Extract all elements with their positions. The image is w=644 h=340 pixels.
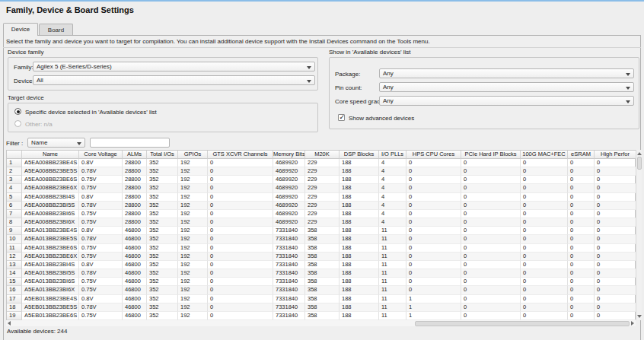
column-header-100g-mac-fec[interactable]: 100G MAC+FEC bbox=[521, 151, 568, 159]
table-row[interactable]: 14A5EA013BB23BI5S0.78V468003521920733184… bbox=[7, 269, 635, 278]
column-header-core-voltage[interactable]: Core Voltage bbox=[79, 151, 123, 159]
column-header-pcie-hard-ip-blocks[interactable]: PCIe Hard IP Blocks bbox=[461, 151, 521, 159]
cell: 188 bbox=[340, 261, 379, 269]
package-dropdown[interactable]: Any bbox=[379, 68, 634, 78]
cell: 192 bbox=[178, 312, 208, 320]
scroll-up-icon[interactable] bbox=[637, 152, 642, 155]
row-number: 18 bbox=[7, 303, 22, 312]
table-row[interactable]: 4A5EA008BB23BE6X0.75V2880035219204689920… bbox=[7, 184, 635, 192]
cell: 0 bbox=[568, 253, 595, 261]
column-header-hps-cpu-cores[interactable]: HPS CPU Cores bbox=[406, 151, 461, 159]
table-row[interactable]: 11A5EA013BB23BE6S0.75V468003521920733184… bbox=[7, 244, 635, 253]
column-header-alms[interactable]: ALMs bbox=[123, 151, 147, 159]
column-header-esram[interactable]: eSRAM bbox=[568, 151, 595, 159]
column-header-dsp-blocks[interactable]: DSP Blocks bbox=[340, 151, 379, 159]
column-header-m20k[interactable]: M20K bbox=[305, 151, 340, 159]
table-row[interactable]: 1A5EA008BB23BE4S0.8V28800352192046899202… bbox=[7, 159, 635, 167]
cell: 0 bbox=[568, 210, 595, 218]
cell: 7331840 bbox=[273, 286, 305, 294]
horizontal-scrollbar[interactable] bbox=[6, 320, 636, 326]
table-row[interactable]: 16A5EA013BB23BI6X0.75V468003521920733184… bbox=[7, 286, 635, 294]
table-row[interactable]: 17A5EB013BB23BE4S0.8V4680035219207331840… bbox=[7, 295, 635, 303]
cell: 192 bbox=[178, 286, 208, 294]
cell: 7331840 bbox=[273, 312, 305, 320]
cell: 11 bbox=[379, 295, 406, 303]
cell: 28800 bbox=[123, 193, 147, 202]
cell: 358 bbox=[305, 244, 340, 253]
cell: 188 bbox=[340, 295, 379, 303]
filter-text-input[interactable] bbox=[90, 138, 170, 148]
vertical-scrollbar-thumb[interactable] bbox=[637, 157, 642, 170]
cell: 0 bbox=[595, 227, 636, 235]
table-row[interactable]: 8A5EA008BB23BI6X0.75V2880035219204689920… bbox=[7, 218, 635, 227]
cell: 0 bbox=[208, 159, 273, 167]
table-row[interactable]: 18A5EB013BB23BE5S0.78V468003521920733184… bbox=[7, 303, 635, 312]
window-accent-line bbox=[0, 0, 644, 2]
package-label: Package: bbox=[335, 71, 360, 78]
scroll-right-icon[interactable] bbox=[631, 321, 634, 326]
table-row[interactable]: 12A5EA013BB23BE6X0.75V468003521920733184… bbox=[7, 253, 635, 261]
cell: A5EA008BB23BI5S bbox=[22, 202, 79, 210]
cell: 4689920 bbox=[273, 167, 305, 176]
show-advanced-devices-label[interactable]: Show advanced devices bbox=[349, 115, 414, 122]
available-devices-table: NameCore VoltageALMsTotal I/OsGPIOsGTS X… bbox=[6, 150, 636, 320]
table-row[interactable]: 19A5EB013BB23BE6S0.75V468003521920733184… bbox=[7, 312, 635, 320]
core-speed-grade-dropdown[interactable]: Any bbox=[379, 96, 634, 106]
specific-device-radio-label[interactable]: Specific device selected in 'Available d… bbox=[25, 109, 157, 116]
cell: 192 bbox=[178, 193, 208, 202]
column-header-i-o-plls[interactable]: I/O PLLs bbox=[379, 151, 406, 159]
scroll-down-icon[interactable] bbox=[637, 315, 642, 318]
cell: 0 bbox=[521, 253, 568, 261]
cell: 0 bbox=[568, 295, 595, 303]
cell: 0 bbox=[461, 303, 521, 312]
cell: 192 bbox=[178, 218, 208, 227]
column-header-total-i-os[interactable]: Total I/Os bbox=[147, 151, 178, 159]
device-dropdown[interactable]: All bbox=[33, 75, 315, 85]
row-number: 5 bbox=[7, 193, 22, 202]
specific-device-radio[interactable] bbox=[14, 108, 21, 115]
cell: 0 bbox=[406, 227, 461, 235]
cell: 11 bbox=[379, 235, 406, 243]
column-header-name[interactable]: Name bbox=[22, 151, 79, 159]
cell: 0 bbox=[461, 193, 521, 202]
column-header-gts-xcvr-channels[interactable]: GTS XCVR Channels bbox=[208, 151, 273, 159]
cell: 0 bbox=[461, 202, 521, 210]
family-dropdown[interactable]: Agilex 5 (E-Series/D-series) bbox=[33, 62, 315, 71]
table-row[interactable]: 9A5EA013BB23BE4S0.8V46800352192073318403… bbox=[7, 227, 635, 235]
tab-device[interactable]: Device bbox=[3, 23, 38, 36]
filter-by-dropdown[interactable]: Name bbox=[27, 138, 85, 148]
show-advanced-devices-checkbox[interactable] bbox=[338, 114, 345, 121]
scroll-left-icon[interactable] bbox=[8, 321, 11, 326]
table-row[interactable]: 5A5EA008BB23BI4S0.8V28800352192046899202… bbox=[7, 193, 635, 202]
table-row[interactable]: 15A5EA013BB23BI6S0.75V468003521920733184… bbox=[7, 278, 635, 286]
cell: 0 bbox=[461, 176, 521, 184]
cell: 28800 bbox=[123, 184, 147, 192]
cell: A5EA008BB23BE6S bbox=[22, 176, 79, 184]
cell: 0 bbox=[406, 184, 461, 192]
cell: 0 bbox=[568, 235, 595, 243]
cell: 11 bbox=[379, 303, 406, 312]
table-row[interactable]: 10A5EA013BB23BE5S0.78V468003521920733184… bbox=[7, 235, 635, 243]
cell: 46800 bbox=[123, 295, 147, 303]
cell: 4689920 bbox=[273, 184, 305, 192]
tab-board[interactable]: Board bbox=[39, 24, 73, 36]
cell: 4689920 bbox=[273, 210, 305, 218]
cell: 352 bbox=[147, 167, 178, 176]
vertical-scrollbar[interactable] bbox=[636, 150, 642, 320]
table-row[interactable]: 3A5EA008BB23BE6S0.75V2880035219204689920… bbox=[7, 176, 635, 184]
row-number: 13 bbox=[7, 261, 22, 269]
table-row[interactable]: 6A5EA008BB23BI5S0.78V2880035219204689920… bbox=[7, 202, 635, 210]
pin-count-dropdown[interactable]: Any bbox=[379, 82, 634, 92]
cell: 4 bbox=[379, 202, 406, 210]
table-row[interactable]: 13A5EA013BB23BI4S0.8V4680035219207331840… bbox=[7, 261, 635, 269]
column-header-memory-bits[interactable]: Memory Bits bbox=[273, 151, 305, 159]
horizontal-scrollbar-thumb[interactable] bbox=[415, 321, 630, 326]
column-header-high-perfor[interactable]: High Perfor bbox=[595, 151, 636, 159]
cell: 0.75V bbox=[79, 176, 123, 184]
cell: 188 bbox=[340, 286, 379, 294]
column-header-gpios[interactable]: GPIOs bbox=[178, 151, 208, 159]
table-row[interactable]: 2A5EA008BB23BE5S0.78V2880035219204689920… bbox=[7, 167, 635, 176]
cell: 352 bbox=[147, 244, 178, 253]
table-row[interactable]: 7A5EA008BB23BI6S0.75V2880035219204689920… bbox=[7, 210, 635, 218]
cell: 0 bbox=[461, 159, 521, 167]
